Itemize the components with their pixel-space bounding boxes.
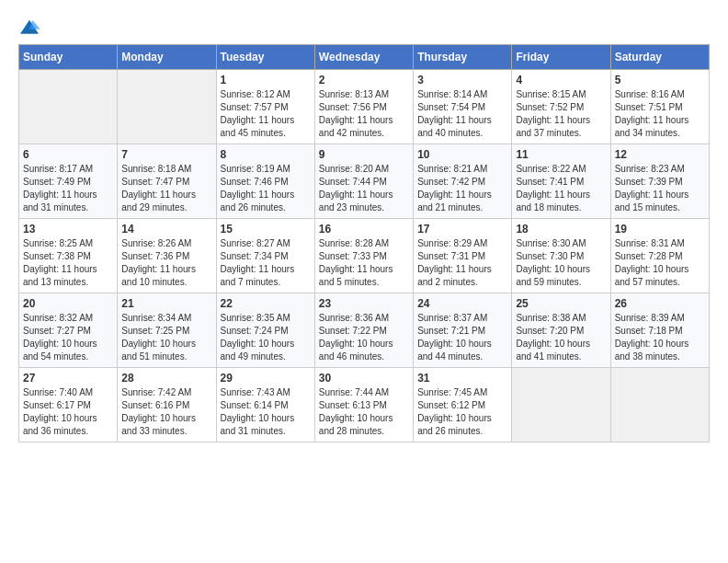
day-number: 3	[417, 74, 507, 86]
cell-sun-info: Sunrise: 8:35 AM Sunset: 7:24 PM Dayligh…	[221, 312, 311, 363]
cell-sun-info: Sunrise: 8:23 AM Sunset: 7:39 PM Dayligh…	[615, 163, 705, 214]
cell-sun-info: Sunrise: 7:43 AM Sunset: 6:14 PM Dayligh…	[221, 386, 311, 438]
day-number: 24	[417, 297, 507, 310]
day-number: 16	[319, 223, 409, 236]
day-number: 26	[615, 297, 705, 310]
day-number: 11	[516, 148, 606, 161]
day-number: 30	[319, 372, 409, 385]
cell-sun-info: Sunrise: 8:29 AM Sunset: 7:31 PM Dayligh…	[417, 237, 507, 289]
cell-sun-info: Sunrise: 8:32 AM Sunset: 7:27 PM Dayligh…	[23, 312, 113, 363]
weekday-header-wednesday: Wednesday	[314, 45, 413, 70]
cell-sun-info: Sunrise: 8:26 AM Sunset: 7:36 PM Dayligh…	[121, 237, 211, 289]
calendar-cell: 6Sunrise: 8:17 AM Sunset: 7:49 PM Daylig…	[19, 144, 118, 219]
weekday-header-thursday: Thursday	[414, 45, 512, 70]
day-number: 6	[23, 148, 113, 161]
day-number: 15	[221, 223, 311, 236]
week-row-3: 13Sunrise: 8:25 AM Sunset: 7:38 PM Dayli…	[19, 219, 710, 293]
calendar-cell: 28Sunrise: 7:42 AM Sunset: 6:16 PM Dayli…	[118, 368, 216, 442]
calendar-cell: 14Sunrise: 8:26 AM Sunset: 7:36 PM Dayli…	[118, 219, 216, 293]
cell-sun-info: Sunrise: 8:30 AM Sunset: 7:30 PM Dayligh…	[516, 237, 606, 289]
week-row-2: 6Sunrise: 8:17 AM Sunset: 7:49 PM Daylig…	[19, 144, 710, 219]
weekday-header-tuesday: Tuesday	[216, 45, 314, 70]
cell-sun-info: Sunrise: 8:22 AM Sunset: 7:41 PM Dayligh…	[516, 163, 606, 214]
week-row-5: 27Sunrise: 7:40 AM Sunset: 6:17 PM Dayli…	[19, 368, 710, 442]
calendar-cell: 7Sunrise: 8:18 AM Sunset: 7:47 PM Daylig…	[118, 144, 216, 219]
calendar-cell	[512, 368, 610, 442]
day-number: 13	[23, 223, 113, 236]
week-row-1: 1Sunrise: 8:12 AM Sunset: 7:57 PM Daylig…	[19, 70, 710, 144]
calendar-cell: 23Sunrise: 8:36 AM Sunset: 7:22 PM Dayli…	[314, 293, 413, 368]
header-row: SundayMondayTuesdayWednesdayThursdayFrid…	[19, 45, 710, 70]
header	[18, 18, 710, 37]
calendar-cell: 12Sunrise: 8:23 AM Sunset: 7:39 PM Dayli…	[610, 144, 709, 219]
cell-sun-info: Sunrise: 8:18 AM Sunset: 7:47 PM Dayligh…	[121, 163, 211, 214]
calendar-cell: 17Sunrise: 8:29 AM Sunset: 7:31 PM Dayli…	[414, 219, 512, 293]
calendar-cell: 24Sunrise: 8:37 AM Sunset: 7:21 PM Dayli…	[414, 293, 512, 368]
cell-sun-info: Sunrise: 8:27 AM Sunset: 7:34 PM Dayligh…	[221, 237, 311, 289]
cell-sun-info: Sunrise: 7:45 AM Sunset: 6:12 PM Dayligh…	[417, 386, 507, 438]
calendar-cell	[610, 368, 709, 442]
day-number: 31	[417, 372, 507, 385]
weekday-header-monday: Monday	[118, 45, 216, 70]
weekday-header-saturday: Saturday	[610, 45, 709, 70]
calendar-cell: 25Sunrise: 8:38 AM Sunset: 7:20 PM Dayli…	[512, 293, 610, 368]
day-number: 19	[615, 223, 705, 236]
day-number: 1	[221, 74, 311, 86]
calendar-cell: 30Sunrise: 7:44 AM Sunset: 6:13 PM Dayli…	[314, 368, 413, 442]
day-number: 2	[319, 74, 409, 86]
cell-sun-info: Sunrise: 7:44 AM Sunset: 6:13 PM Dayligh…	[319, 386, 409, 438]
cell-sun-info: Sunrise: 7:42 AM Sunset: 6:16 PM Dayligh…	[121, 386, 211, 438]
calendar-cell: 10Sunrise: 8:21 AM Sunset: 7:42 PM Dayli…	[414, 144, 512, 219]
cell-sun-info: Sunrise: 8:38 AM Sunset: 7:20 PM Dayligh…	[516, 312, 606, 363]
day-number: 8	[221, 148, 311, 161]
calendar-cell: 16Sunrise: 8:28 AM Sunset: 7:33 PM Dayli…	[314, 219, 413, 293]
day-number: 21	[121, 297, 211, 310]
cell-sun-info: Sunrise: 8:28 AM Sunset: 7:33 PM Dayligh…	[319, 237, 409, 289]
day-number: 25	[516, 297, 606, 310]
calendar-cell: 20Sunrise: 8:32 AM Sunset: 7:27 PM Dayli…	[19, 293, 118, 368]
cell-sun-info: Sunrise: 8:19 AM Sunset: 7:46 PM Dayligh…	[221, 163, 311, 214]
calendar-cell: 26Sunrise: 8:39 AM Sunset: 7:18 PM Dayli…	[610, 293, 709, 368]
day-number: 5	[615, 74, 705, 86]
logo	[18, 18, 44, 37]
cell-sun-info: Sunrise: 8:20 AM Sunset: 7:44 PM Dayligh…	[319, 163, 409, 214]
calendar-cell: 9Sunrise: 8:20 AM Sunset: 7:44 PM Daylig…	[314, 144, 413, 219]
day-number: 29	[221, 372, 311, 385]
day-number: 4	[516, 74, 606, 86]
calendar-cell: 29Sunrise: 7:43 AM Sunset: 6:14 PM Dayli…	[216, 368, 314, 442]
calendar-cell: 31Sunrise: 7:45 AM Sunset: 6:12 PM Dayli…	[414, 368, 512, 442]
day-number: 18	[516, 223, 606, 236]
calendar-cell: 22Sunrise: 8:35 AM Sunset: 7:24 PM Dayli…	[216, 293, 314, 368]
calendar-cell: 4Sunrise: 8:15 AM Sunset: 7:52 PM Daylig…	[512, 70, 610, 144]
calendar-cell: 8Sunrise: 8:19 AM Sunset: 7:46 PM Daylig…	[216, 144, 314, 219]
cell-sun-info: Sunrise: 8:16 AM Sunset: 7:51 PM Dayligh…	[615, 88, 705, 140]
calendar-cell: 5Sunrise: 8:16 AM Sunset: 7:51 PM Daylig…	[610, 70, 709, 144]
calendar-cell	[118, 70, 216, 144]
day-number: 7	[121, 148, 211, 161]
weekday-header-friday: Friday	[512, 45, 610, 70]
calendar-cell: 3Sunrise: 8:14 AM Sunset: 7:54 PM Daylig…	[414, 70, 512, 144]
day-number: 9	[319, 148, 409, 161]
cell-sun-info: Sunrise: 8:31 AM Sunset: 7:28 PM Dayligh…	[615, 237, 705, 289]
calendar-cell	[19, 70, 118, 144]
cell-sun-info: Sunrise: 8:17 AM Sunset: 7:49 PM Dayligh…	[23, 163, 113, 214]
calendar-cell: 13Sunrise: 8:25 AM Sunset: 7:38 PM Dayli…	[19, 219, 118, 293]
svg-marker-1	[29, 20, 40, 29]
calendar-cell: 21Sunrise: 8:34 AM Sunset: 7:25 PM Dayli…	[118, 293, 216, 368]
day-number: 22	[221, 297, 311, 310]
cell-sun-info: Sunrise: 8:12 AM Sunset: 7:57 PM Dayligh…	[221, 88, 311, 140]
day-number: 28	[121, 372, 211, 385]
day-number: 14	[121, 223, 211, 236]
cell-sun-info: Sunrise: 8:34 AM Sunset: 7:25 PM Dayligh…	[121, 312, 211, 363]
day-number: 20	[23, 297, 113, 310]
cell-sun-info: Sunrise: 8:25 AM Sunset: 7:38 PM Dayligh…	[23, 237, 113, 289]
cell-sun-info: Sunrise: 8:14 AM Sunset: 7:54 PM Dayligh…	[417, 88, 507, 140]
day-number: 23	[319, 297, 409, 310]
logo-icon	[18, 18, 40, 37]
calendar-cell: 11Sunrise: 8:22 AM Sunset: 7:41 PM Dayli…	[512, 144, 610, 219]
calendar-cell: 27Sunrise: 7:40 AM Sunset: 6:17 PM Dayli…	[19, 368, 118, 442]
calendar-cell: 2Sunrise: 8:13 AM Sunset: 7:56 PM Daylig…	[314, 70, 413, 144]
calendar-cell: 1Sunrise: 8:12 AM Sunset: 7:57 PM Daylig…	[216, 70, 314, 144]
day-number: 17	[417, 223, 507, 236]
day-number: 12	[615, 148, 705, 161]
